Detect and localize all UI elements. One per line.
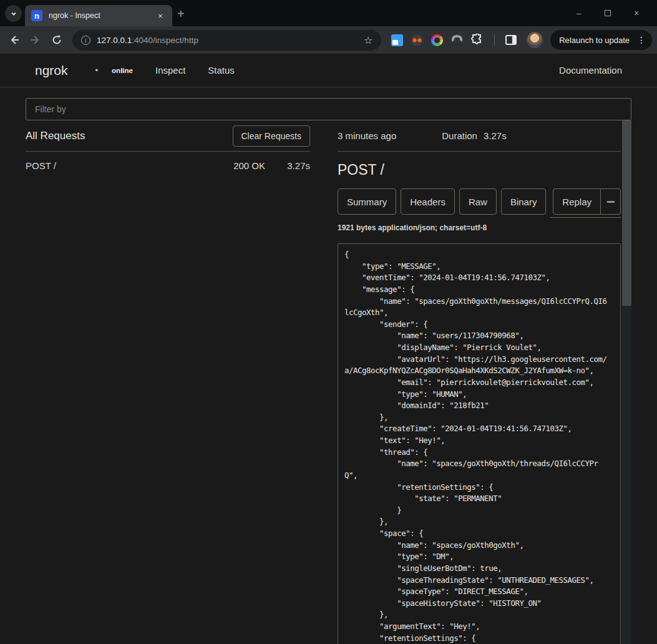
- browser-menu-icon[interactable]: ⋮: [635, 35, 648, 45]
- ngrok-page: ngrok • online Inspect Status Documentat…: [0, 54, 657, 644]
- tab-close-icon[interactable]: ×: [155, 10, 166, 21]
- nav-item-documentation[interactable]: Documentation: [559, 65, 622, 76]
- extensions-puzzle-icon[interactable]: [471, 34, 484, 46]
- url-host: 127.0.0.1: [97, 36, 132, 45]
- request-body-box: { "type": "MESSAGE", "eventTime": "2024-…: [338, 243, 621, 644]
- ngrok-favicon: n: [31, 10, 42, 21]
- clear-requests-button[interactable]: Clear Requests: [233, 125, 311, 147]
- replay-group: Replay: [553, 188, 621, 218]
- status-online-label: online: [112, 67, 133, 74]
- duration-value: 3.27s: [484, 130, 507, 141]
- replay-menu-icon: [607, 201, 615, 203]
- toolbar-separator: [494, 34, 495, 46]
- request-method-path: POST /: [26, 160, 56, 171]
- tab-raw[interactable]: Raw: [459, 188, 497, 215]
- site-info-icon[interactable]: i: [81, 36, 90, 45]
- reload-button[interactable]: [47, 31, 66, 49]
- new-tab-button[interactable]: +: [177, 7, 185, 20]
- request-body-json: { "type": "MESSAGE", "eventTime": "2024-…: [344, 249, 614, 644]
- detail-tabs: Summary Headers Raw Binary Replay: [338, 188, 621, 218]
- tab-binary[interactable]: Binary: [501, 188, 547, 215]
- requests-panel: All Requests Clear Requests POST / 200 O…: [26, 120, 310, 644]
- detail-panel: 3 minutes ago Duration 3.27s POST / Summ…: [338, 120, 631, 644]
- window-controls: – ×: [565, 0, 651, 26]
- url-path: :4040/inspect/http: [132, 36, 198, 45]
- scrollbar-thumb[interactable]: [622, 120, 631, 306]
- tab-headers[interactable]: Headers: [401, 188, 455, 215]
- profile-avatar[interactable]: [527, 32, 543, 48]
- side-panel-icon[interactable]: [505, 35, 517, 45]
- replay-button[interactable]: Replay: [553, 188, 601, 215]
- requests-title: All Requests: [26, 130, 85, 142]
- extensions-row: [387, 34, 520, 46]
- chevron-down-icon: [10, 10, 17, 17]
- filter-input[interactable]: [26, 98, 631, 120]
- bookmark-star-icon[interactable]: ☆: [364, 34, 372, 46]
- request-duration: 3.27s: [265, 160, 310, 171]
- detail-time-ago: 3 minutes ago: [338, 130, 396, 141]
- maximize-button[interactable]: [593, 4, 622, 22]
- status-dot-icon: •: [95, 66, 99, 75]
- ngrok-navbar: ngrok • online Inspect Status Documentat…: [0, 54, 657, 87]
- content-columns: All Requests Clear Requests POST / 200 O…: [26, 120, 631, 644]
- relaunch-label: Relaunch to update: [559, 36, 630, 45]
- maximize-icon: [605, 10, 611, 16]
- browser-toolbar: i 127.0.0.1:4040/inspect/http ☆ Relaunch…: [0, 26, 657, 54]
- detail-scrollbar[interactable]: [622, 120, 631, 644]
- close-button[interactable]: ×: [622, 4, 651, 22]
- tab-title: ngrok - Inspect: [49, 11, 155, 20]
- back-icon: [9, 34, 20, 46]
- detail-meta-row: 3 minutes ago Duration 3.27s: [338, 120, 621, 152]
- url-text: 127.0.0.1:4040/inspect/http: [97, 36, 358, 45]
- address-bar[interactable]: i 127.0.0.1:4040/inspect/http ☆: [72, 30, 381, 51]
- forward-icon: [30, 34, 41, 46]
- forward-button: [26, 31, 45, 49]
- duration-label: Duration: [442, 130, 477, 141]
- reload-icon: [51, 34, 62, 46]
- tab-search-button[interactable]: [5, 5, 22, 22]
- content-type-meta: 1921 bytes application/json; charset=utf…: [338, 223, 621, 233]
- extension-icon-arc[interactable]: [451, 34, 463, 46]
- nav-item-inspect[interactable]: Inspect: [155, 65, 185, 76]
- request-row[interactable]: POST / 200 OK 3.27s: [26, 152, 310, 179]
- extension-icon-goggles[interactable]: [411, 34, 423, 46]
- extension-icon-lens[interactable]: [431, 34, 443, 46]
- browser-titlebar: n ngrok - Inspect × + – ×: [0, 0, 657, 26]
- tab-summary[interactable]: Summary: [338, 188, 396, 215]
- back-button[interactable]: [5, 31, 24, 49]
- detail-title: POST /: [338, 162, 621, 180]
- ngrok-brand[interactable]: ngrok: [35, 63, 68, 78]
- request-status: 200 OK: [233, 160, 265, 171]
- browser-tab[interactable]: n ngrok - Inspect ×: [25, 5, 172, 26]
- minimize-button[interactable]: –: [565, 4, 593, 22]
- requests-header: All Requests Clear Requests: [26, 120, 310, 152]
- relaunch-button[interactable]: Relaunch to update ⋮: [550, 30, 652, 50]
- detail-inner: 3 minutes ago Duration 3.27s POST / Summ…: [338, 120, 621, 644]
- replay-menu-button[interactable]: [601, 188, 621, 215]
- nav-item-status[interactable]: Status: [208, 65, 235, 76]
- page-body: All Requests Clear Requests POST / 200 O…: [0, 87, 657, 644]
- extension-icon-window[interactable]: [391, 34, 403, 46]
